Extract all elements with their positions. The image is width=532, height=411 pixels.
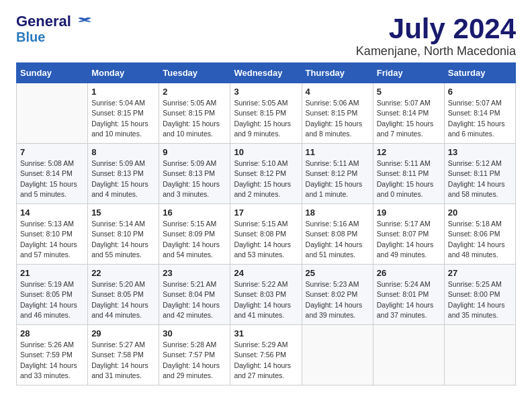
calendar-cell <box>373 325 444 385</box>
day-number: 27 <box>448 268 512 278</box>
day-number: 5 <box>377 87 441 97</box>
day-number: 1 <box>91 87 155 97</box>
calendar-cell: 22Sunrise: 5:20 AM Sunset: 8:05 PM Dayli… <box>88 265 159 325</box>
calendar-cell <box>444 325 515 385</box>
day-number: 20 <box>448 208 512 218</box>
calendar-cell: 24Sunrise: 5:22 AM Sunset: 8:03 PM Dayli… <box>230 265 302 325</box>
day-number: 23 <box>163 268 226 278</box>
day-info: Sunrise: 5:25 AM Sunset: 8:00 PM Dayligh… <box>448 279 512 320</box>
day-info: Sunrise: 5:08 AM Sunset: 8:14 PM Dayligh… <box>20 158 84 199</box>
calendar-cell: 26Sunrise: 5:24 AM Sunset: 8:01 PM Dayli… <box>373 265 444 325</box>
day-number: 18 <box>306 208 369 218</box>
calendar-cell: 13Sunrise: 5:12 AM Sunset: 8:11 PM Dayli… <box>444 144 515 204</box>
calendar-cell: 16Sunrise: 5:15 AM Sunset: 8:09 PM Dayli… <box>159 204 230 265</box>
calendar-cell <box>302 325 373 385</box>
calendar-table: SundayMondayTuesdayWednesdayThursdayFrid… <box>16 62 516 385</box>
weekday-header: Wednesday <box>230 63 302 83</box>
calendar-cell: 6Sunrise: 5:07 AM Sunset: 8:14 PM Daylig… <box>444 83 515 144</box>
calendar-cell: 17Sunrise: 5:15 AM Sunset: 8:08 PM Dayli… <box>230 204 302 265</box>
calendar-cell: 1Sunrise: 5:04 AM Sunset: 8:15 PM Daylig… <box>88 83 159 144</box>
day-number: 29 <box>91 328 155 338</box>
weekday-header: Thursday <box>302 63 373 83</box>
day-number: 26 <box>377 268 441 278</box>
day-info: Sunrise: 5:12 AM Sunset: 8:11 PM Dayligh… <box>448 158 512 199</box>
day-info: Sunrise: 5:15 AM Sunset: 8:08 PM Dayligh… <box>234 219 298 260</box>
calendar-cell: 18Sunrise: 5:16 AM Sunset: 8:08 PM Dayli… <box>302 204 373 265</box>
day-number: 15 <box>91 208 155 218</box>
calendar-cell: 31Sunrise: 5:29 AM Sunset: 7:56 PM Dayli… <box>230 325 302 385</box>
day-number: 24 <box>234 268 298 278</box>
weekday-header: Tuesday <box>159 63 230 83</box>
day-number: 19 <box>377 208 441 218</box>
day-info: Sunrise: 5:22 AM Sunset: 8:03 PM Dayligh… <box>234 279 298 320</box>
calendar-cell: 2Sunrise: 5:05 AM Sunset: 8:15 PM Daylig… <box>159 83 230 144</box>
day-number: 4 <box>306 87 369 97</box>
day-info: Sunrise: 5:13 AM Sunset: 8:10 PM Dayligh… <box>20 219 84 260</box>
day-number: 31 <box>234 328 298 338</box>
day-info: Sunrise: 5:05 AM Sunset: 8:15 PM Dayligh… <box>163 98 226 139</box>
day-info: Sunrise: 5:19 AM Sunset: 8:05 PM Dayligh… <box>20 279 84 320</box>
calendar-cell: 14Sunrise: 5:13 AM Sunset: 8:10 PM Dayli… <box>17 204 88 265</box>
day-number: 14 <box>20 208 84 218</box>
day-number: 21 <box>20 268 84 278</box>
calendar-cell: 30Sunrise: 5:28 AM Sunset: 7:57 PM Dayli… <box>159 325 230 385</box>
day-info: Sunrise: 5:29 AM Sunset: 7:56 PM Dayligh… <box>234 340 298 381</box>
day-number: 2 <box>163 87 226 97</box>
day-info: Sunrise: 5:20 AM Sunset: 8:05 PM Dayligh… <box>91 279 155 320</box>
day-info: Sunrise: 5:05 AM Sunset: 8:15 PM Dayligh… <box>234 98 298 139</box>
location-title: Kamenjane, North Macedonia <box>356 44 516 58</box>
calendar-week-row: 21Sunrise: 5:19 AM Sunset: 8:05 PM Dayli… <box>17 265 516 325</box>
day-number: 22 <box>91 268 155 278</box>
day-info: Sunrise: 5:27 AM Sunset: 7:58 PM Dayligh… <box>91 340 155 381</box>
calendar-cell: 28Sunrise: 5:26 AM Sunset: 7:59 PM Dayli… <box>17 325 88 385</box>
day-number: 6 <box>448 87 512 97</box>
weekday-header: Monday <box>88 63 159 83</box>
day-info: Sunrise: 5:11 AM Sunset: 8:11 PM Dayligh… <box>377 158 441 199</box>
title-block: July 2024 Kamenjane, North Macedonia <box>356 13 516 58</box>
weekday-header-row: SundayMondayTuesdayWednesdayThursdayFrid… <box>17 63 516 83</box>
calendar-cell: 4Sunrise: 5:06 AM Sunset: 8:15 PM Daylig… <box>302 83 373 144</box>
day-number: 17 <box>234 208 298 218</box>
day-info: Sunrise: 5:07 AM Sunset: 8:14 PM Dayligh… <box>377 98 441 139</box>
day-info: Sunrise: 5:11 AM Sunset: 8:12 PM Dayligh… <box>306 158 369 199</box>
day-info: Sunrise: 5:06 AM Sunset: 8:15 PM Dayligh… <box>306 98 369 139</box>
calendar-cell: 12Sunrise: 5:11 AM Sunset: 8:11 PM Dayli… <box>373 144 444 204</box>
day-info: Sunrise: 5:26 AM Sunset: 7:59 PM Dayligh… <box>20 340 84 381</box>
calendar-cell: 27Sunrise: 5:25 AM Sunset: 8:00 PM Dayli… <box>444 265 515 325</box>
logo-text: General <box>16 13 92 30</box>
calendar-body: 1Sunrise: 5:04 AM Sunset: 8:15 PM Daylig… <box>17 83 516 385</box>
calendar-cell <box>17 83 88 144</box>
calendar-cell: 7Sunrise: 5:08 AM Sunset: 8:14 PM Daylig… <box>17 144 88 204</box>
calendar-cell: 25Sunrise: 5:23 AM Sunset: 8:02 PM Dayli… <box>302 265 373 325</box>
day-number: 10 <box>234 147 298 157</box>
calendar-cell: 19Sunrise: 5:17 AM Sunset: 8:07 PM Dayli… <box>373 204 444 265</box>
day-info: Sunrise: 5:24 AM Sunset: 8:01 PM Dayligh… <box>377 279 441 320</box>
day-info: Sunrise: 5:16 AM Sunset: 8:08 PM Dayligh… <box>306 219 369 260</box>
calendar-cell: 3Sunrise: 5:05 AM Sunset: 8:15 PM Daylig… <box>230 83 302 144</box>
calendar-cell: 29Sunrise: 5:27 AM Sunset: 7:58 PM Dayli… <box>88 325 159 385</box>
month-title: July 2024 <box>356 13 516 44</box>
day-number: 13 <box>448 147 512 157</box>
weekday-header: Sunday <box>17 63 88 83</box>
day-info: Sunrise: 5:10 AM Sunset: 8:12 PM Dayligh… <box>234 158 298 199</box>
calendar-cell: 5Sunrise: 5:07 AM Sunset: 8:14 PM Daylig… <box>373 83 444 144</box>
day-number: 3 <box>234 87 298 97</box>
calendar-cell: 11Sunrise: 5:11 AM Sunset: 8:12 PM Dayli… <box>302 144 373 204</box>
calendar-cell: 15Sunrise: 5:14 AM Sunset: 8:10 PM Dayli… <box>88 204 159 265</box>
logo-blue-text: Blue <box>16 30 45 44</box>
day-info: Sunrise: 5:09 AM Sunset: 8:13 PM Dayligh… <box>91 158 155 199</box>
day-info: Sunrise: 5:07 AM Sunset: 8:14 PM Dayligh… <box>448 98 512 139</box>
weekday-header: Friday <box>373 63 444 83</box>
day-info: Sunrise: 5:23 AM Sunset: 8:02 PM Dayligh… <box>306 279 369 320</box>
day-number: 9 <box>163 147 226 157</box>
calendar-week-row: 7Sunrise: 5:08 AM Sunset: 8:14 PM Daylig… <box>17 144 516 204</box>
day-info: Sunrise: 5:17 AM Sunset: 8:07 PM Dayligh… <box>377 219 441 260</box>
day-number: 8 <box>91 147 155 157</box>
day-info: Sunrise: 5:14 AM Sunset: 8:10 PM Dayligh… <box>91 219 155 260</box>
day-number: 11 <box>306 147 369 157</box>
day-number: 16 <box>163 208 226 218</box>
day-number: 28 <box>20 328 84 338</box>
day-info: Sunrise: 5:18 AM Sunset: 8:06 PM Dayligh… <box>448 219 512 260</box>
day-number: 30 <box>163 328 226 338</box>
day-info: Sunrise: 5:21 AM Sunset: 8:04 PM Dayligh… <box>163 279 226 320</box>
